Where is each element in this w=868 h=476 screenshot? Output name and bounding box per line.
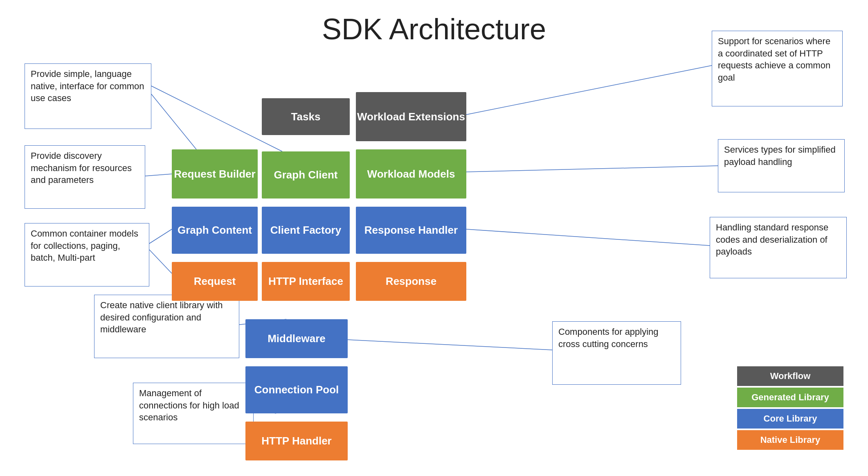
graph-client-box: Graph Client: [262, 151, 350, 199]
graph-content-box: Graph Content: [172, 207, 258, 254]
anno-native: Create native client library with desire…: [94, 295, 239, 358]
http-interface-box: HTTP Interface: [262, 262, 350, 301]
response-box: Response: [356, 262, 466, 301]
anno-components: Components for applying cross cutting co…: [552, 321, 681, 385]
request-builder-box: Request Builder: [172, 149, 258, 199]
middleware-box: Middleware: [245, 319, 348, 358]
svg-line-2: [145, 174, 172, 176]
svg-line-3: [149, 229, 172, 244]
svg-line-0: [151, 94, 196, 149]
client-factory-box: Client Factory: [262, 207, 350, 254]
svg-line-10: [348, 340, 552, 350]
legend-core-library: Core Library: [737, 409, 843, 429]
legend-native-library: Native Library: [737, 430, 843, 450]
svg-line-6: [466, 166, 718, 172]
legend: Workflow Generated Library Core Library …: [737, 366, 843, 451]
tasks-box: Tasks: [262, 98, 350, 135]
http-handler-box: HTTP Handler: [245, 422, 348, 460]
anno-discovery: Provide discovery mechanism for resource…: [25, 145, 145, 209]
anno-handling: Handling standard response codes and des…: [710, 217, 847, 278]
anno-management: Management of connections for high load …: [133, 383, 254, 444]
request-box: Request: [172, 262, 258, 301]
anno-support: Support for scenarios where a coordinate…: [712, 31, 843, 106]
legend-workflow: Workflow: [737, 366, 843, 386]
response-handler-box: Response Handler: [356, 207, 466, 254]
anno-simple: Provide simple, language native, interfa…: [25, 63, 151, 129]
svg-line-7: [466, 229, 710, 246]
workload-models-box: Workload Models: [356, 149, 466, 199]
legend-generated-library: Generated Library: [737, 388, 843, 407]
anno-container: Common container models for collections,…: [25, 223, 149, 287]
connection-pool-box: Connection Pool: [245, 366, 348, 413]
workload-extensions-box: Workload Extensions: [356, 92, 466, 141]
anno-services: Services types for simplified payload ha…: [718, 139, 845, 192]
svg-line-5: [466, 65, 712, 115]
svg-line-4: [149, 250, 172, 273]
